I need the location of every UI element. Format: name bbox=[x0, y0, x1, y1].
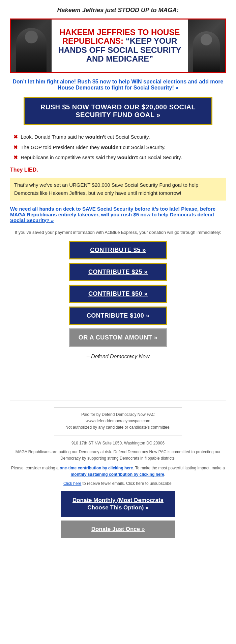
hero-person-left bbox=[11, 20, 52, 72]
page-headline: Hakeem Jeffries just STOOD UP to MAGA: bbox=[10, 7, 226, 14]
footer-one-time-prefix: Please, consider making a bbox=[11, 466, 60, 470]
actblue-note: If you’ve saved your payment information… bbox=[10, 229, 226, 236]
hero-banner: HAKEEM JEFFRIES TO HOUSE REPUBLICANS: “K… bbox=[10, 19, 226, 73]
intro-link-container[interactable]: Don’t let him fight alone! Rush $5 now t… bbox=[10, 79, 226, 91]
donate-once-button[interactable]: Donate Just Once » bbox=[61, 521, 175, 538]
footer-one-time: Please, consider making a one-time contr… bbox=[10, 465, 226, 478]
footer-unsubscribe-middle: to receive fewer emails. Click here to u… bbox=[81, 481, 173, 486]
footer-address: 910 17th ST NW Suite 1050, Washington DC… bbox=[10, 441, 226, 445]
footer-one-time-middle: . To make the most powerful lasting impa… bbox=[133, 466, 225, 470]
bullet-2: ✖ The GOP told President Biden they woul… bbox=[13, 144, 223, 151]
contribute-25-button[interactable]: CONTRIBUTE $25 » bbox=[69, 263, 167, 281]
footer-paid-for-line2: www.defenddemocracynowpac.com bbox=[58, 418, 178, 424]
footer-unsubscribe: Click here to receive fewer emails. Clic… bbox=[10, 481, 226, 486]
bullet-list: ✖ Look, Donald Trump said he wouldn't cu… bbox=[10, 133, 226, 162]
contribute-100-button[interactable]: CONTRIBUTE $100 » bbox=[69, 307, 167, 325]
bullet-1: ✖ Look, Donald Trump said he wouldn't cu… bbox=[13, 133, 223, 141]
footer-paid-for-box: Paid for by Defend Democracy Now PAC www… bbox=[54, 407, 182, 435]
footer-disclaimer: MAGA Republicans are putting our Democra… bbox=[10, 449, 226, 462]
hero-text: HAKEEM JEFFRIES TO HOUSE REPUBLICANS: “K… bbox=[52, 25, 188, 67]
they-lied-text: They LIED. bbox=[10, 167, 226, 173]
donate-monthly-button[interactable]: Donate Monthly (Most Democrats Choose Th… bbox=[61, 491, 175, 517]
contribute-custom-button[interactable]: OR A CUSTOM AMOUNT » bbox=[69, 328, 167, 347]
x-mark-2: ✖ bbox=[13, 144, 18, 150]
contribute-5-button[interactable]: CONTRIBUTE $5 » bbox=[69, 241, 167, 259]
footer-paid-for-line1: Paid for by Defend Democracy Now PAC bbox=[58, 412, 178, 418]
footer-paid-for-line3: Not authorized by any candidate or candi… bbox=[58, 424, 178, 431]
footer-fewer-emails-link[interactable]: Click here bbox=[63, 481, 81, 486]
footer-divider bbox=[10, 400, 226, 400]
bullet-3: ✖ Republicans in competitive seats said … bbox=[13, 154, 223, 162]
main-cta-button[interactable]: RUSH $5 NOW TOWARD OUR $20,000 SOCIAL SE… bbox=[24, 97, 212, 125]
x-mark-1: ✖ bbox=[13, 134, 18, 140]
contribute-50-button[interactable]: CONTRIBUTE $50 » bbox=[69, 285, 167, 303]
signature: – Defend Democracy Now bbox=[10, 354, 226, 360]
hero-headline: HAKEEM JEFFRIES TO HOUSE REPUBLICANS: “K… bbox=[56, 28, 184, 64]
highlight-box: That’s why we’ve set an URGENT $20,000 S… bbox=[10, 178, 226, 201]
footer-one-time-link[interactable]: one-time contribution by clicking here bbox=[60, 466, 133, 470]
call-to-action-link[interactable]: We need all hands on deck to SAVE Social… bbox=[10, 206, 215, 223]
hero-person-right bbox=[188, 20, 225, 72]
call-to-action-container[interactable]: We need all hands on deck to SAVE Social… bbox=[10, 206, 226, 223]
footer-monthly-link[interactable]: monthly sustaining contribution by click… bbox=[71, 472, 164, 477]
x-mark-3: ✖ bbox=[13, 154, 18, 160]
footer-one-time-suffix: . bbox=[164, 472, 165, 477]
intro-link[interactable]: Don’t let him fight alone! Rush $5 now t… bbox=[13, 79, 224, 91]
